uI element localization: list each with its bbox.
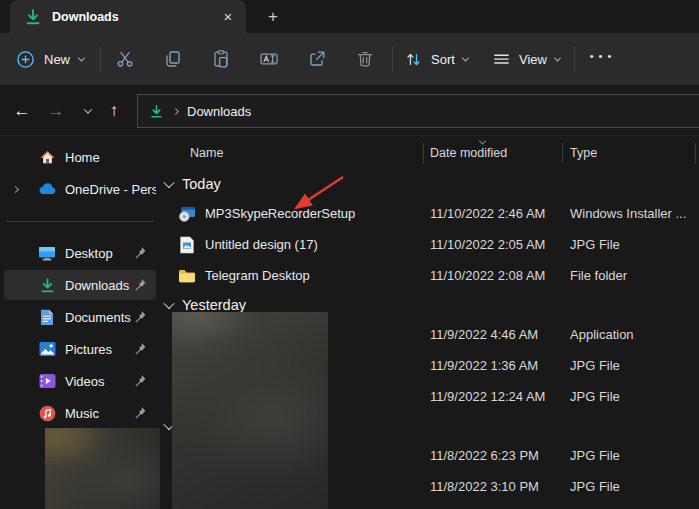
collapse-chevron-icon[interactable] [163,298,174,309]
file-type: JPG File [570,350,620,381]
file-type: Windows Installer ... [570,198,686,229]
file-date: 11/10/2022 2:05 AM [430,229,545,260]
tab-downloads[interactable]: Downloads × [10,0,246,33]
sidebar-item-music[interactable]: Music [4,398,156,428]
paste-button[interactable] [207,33,235,85]
sidebar-item-videos[interactable]: Videos [4,366,156,396]
new-tab-button[interactable]: + [260,5,286,29]
delete-button[interactable] [351,33,379,85]
pictures-icon [38,340,56,358]
chevron-right-icon [172,107,179,114]
music-icon [38,404,56,422]
videos-icon [38,372,56,390]
column-separator[interactable] [423,143,424,163]
sidebar-item-label: Desktop [65,246,113,261]
column-header-type[interactable]: Type [570,146,597,160]
home-icon [38,148,56,166]
share-button[interactable] [303,33,331,85]
share-icon [307,49,327,69]
sidebar-item-label: Music [65,406,99,421]
tab-title: Downloads [52,10,206,24]
file-row[interactable]: Telegram Desktop 11/10/2022 2:08 AM File… [160,260,699,291]
rename-button[interactable] [255,33,283,85]
ellipsis-icon: • • • [590,50,613,62]
file-type: File folder [570,260,627,291]
sidebar-item-home[interactable]: Home [4,142,156,172]
file-row[interactable]: Untitled design (17) 11/10/2022 2:05 AM … [160,229,699,260]
address-bar[interactable]: Downloads [137,94,699,128]
scissors-icon [115,49,135,69]
column-separator[interactable] [695,143,696,163]
file-type: Application [570,319,634,350]
column-header-row: Name Date modified Type [160,136,699,170]
copy-button[interactable] [159,33,187,85]
sort-button-label: Sort [431,52,455,67]
command-bar: New [0,33,699,86]
file-name: Telegram Desktop [205,268,310,283]
sidebar-item-desktop[interactable]: Desktop [4,238,156,268]
toolbar-divider [392,46,393,72]
more-options-button[interactable]: • • • [586,33,616,85]
file-date: 11/9/2022 12:24 AM [430,381,545,412]
group-header-today[interactable]: Today [160,170,699,198]
trash-icon [355,49,375,69]
file-row[interactable]: MP3SkypeRecorderSetup 11/10/2022 2:46 AM… [160,198,699,229]
pin-icon [133,278,147,292]
collapse-chevron-icon[interactable] [163,177,174,188]
pin-icon [133,406,147,420]
forward-button[interactable]: → [42,86,70,136]
file-type: JPG File [570,381,620,412]
titlebar: Downloads × + [0,0,699,33]
toolbar-divider [100,46,101,72]
sidebar-item-downloads[interactable]: Downloads [4,270,156,300]
new-button[interactable]: New [16,33,84,85]
expander-chevron-icon[interactable] [12,185,19,192]
file-date: 11/9/2022 1:36 AM [430,350,538,381]
column-header-name[interactable]: Name [190,146,223,160]
sidebar-item-label: Documents [65,310,131,325]
sort-button[interactable]: Sort [404,33,468,85]
view-button[interactable]: View [492,33,560,85]
rename-icon [259,49,279,69]
file-name: Untitled design (17) [205,237,318,252]
up-button[interactable]: ↑ [100,86,128,136]
chevron-down-icon [554,54,561,61]
file-name: MP3SkypeRecorderSetup [205,206,355,221]
sidebar-item-label: Videos [65,374,105,389]
sidebar-item-label: Downloads [65,278,129,293]
group-label: Yesterday [182,297,246,313]
sidebar: Home OneDrive - Persona [0,136,160,509]
sidebar-item-pictures[interactable]: Pictures [4,334,156,364]
sidebar-item-label: Home [65,150,100,165]
file-date: 11/9/2022 4:46 AM [430,319,538,350]
jpg-file-icon [178,236,196,254]
view-button-label: View [519,52,547,67]
sidebar-item-onedrive[interactable]: OneDrive - Persona [4,174,156,204]
column-separator[interactable] [562,143,563,163]
sidebar-item-documents[interactable]: Documents [4,302,156,332]
file-date: 11/10/2022 2:08 AM [430,260,545,291]
breadcrumb[interactable]: Downloads [187,104,251,119]
desktop-icon [38,244,56,262]
file-list: Name Date modified Type Today MP3SkypeRe… [160,136,699,509]
download-icon [38,276,56,294]
chevron-down-icon [78,54,85,61]
file-date: 11/8/2022 3:10 PM [430,471,539,502]
view-list-icon [492,50,511,69]
column-header-date-modified[interactable]: Date modified [430,146,507,160]
new-button-label: New [44,52,70,67]
cut-button[interactable] [111,33,139,85]
chevron-down-icon [462,54,469,61]
copy-icon [163,49,183,69]
pin-icon [133,246,147,260]
tab-close-button[interactable]: × [216,5,240,29]
sidebar-item-label: Pictures [65,342,112,357]
file-type: JPG File [570,440,620,471]
navigation-bar: ← → ↑ Downloads [0,86,699,136]
folder-icon [178,267,196,285]
blurred-filenames-region [172,312,328,509]
group-label: Today [182,176,221,192]
chevron-down-icon [84,105,92,113]
recent-locations-button[interactable] [74,86,102,136]
back-button[interactable]: ← [8,86,36,136]
